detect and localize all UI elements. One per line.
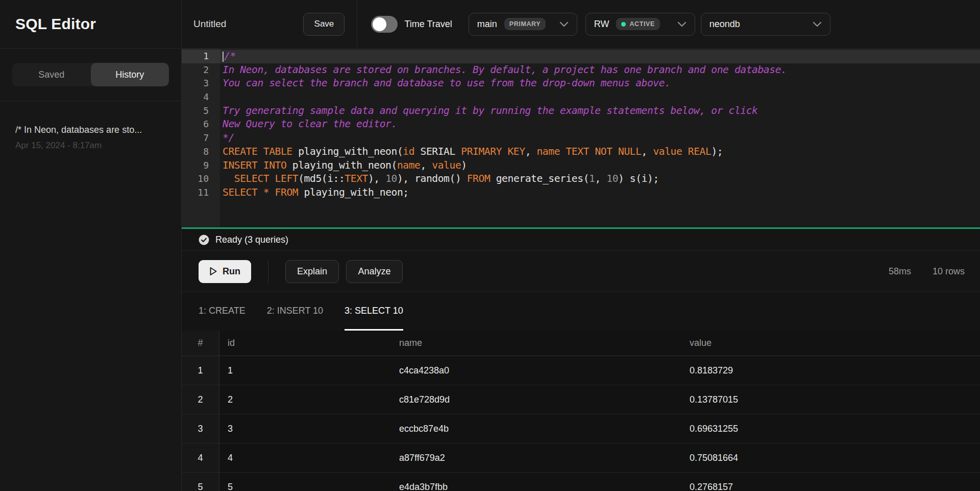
- status-text: Ready (3 queries): [215, 235, 288, 245]
- result-tab-2-insert-10[interactable]: 2: INSERT 10: [267, 292, 323, 331]
- sidebar-tab-history[interactable]: History: [91, 63, 169, 86]
- cell-row-number: 2: [182, 385, 219, 414]
- sql-editor-window: SQL Editor SavedHistory /* In Neon, data…: [0, 0, 980, 491]
- chevron-down-icon: [677, 21, 687, 27]
- code-text: CREATE TABLE playing_with_neon(id SERIAL…: [220, 145, 980, 159]
- query-duration: 58ms: [889, 266, 911, 277]
- time-travel-toggle[interactable]: [371, 16, 398, 33]
- results-body: 11c4ca4238a00.818372922c81e728d9d0.13787…: [182, 356, 980, 491]
- line-number: 5: [182, 104, 220, 118]
- code-text: [220, 90, 980, 104]
- cell-id: 3: [219, 424, 391, 434]
- code-line[interactable]: 7*/: [182, 131, 980, 145]
- code-text: New Query to clear the editor.: [220, 118, 980, 131]
- code-text: INSERT INTO playing_with_neon(name, valu…: [220, 159, 980, 173]
- table-row[interactable]: 33eccbc87e4b0.69631255: [182, 414, 980, 443]
- ready-check-icon: [199, 235, 209, 245]
- table-row[interactable]: 11c4ca4238a00.8183729: [182, 356, 980, 385]
- results-table: #idnamevalue 11c4ca4238a00.818372922c81e…: [182, 331, 980, 491]
- cell-value: 0.69631255: [681, 424, 980, 434]
- run-button[interactable]: Run: [199, 260, 251, 283]
- code-text: /*: [220, 50, 980, 63]
- page-title: SQL Editor: [15, 15, 96, 33]
- code-lines: 1/*2In Neon, databases are stored on bra…: [182, 49, 980, 200]
- database-name: neondb: [709, 19, 740, 30]
- time-travel-label: Time Travel: [404, 19, 452, 30]
- code-text: SELECT * FROM playing_with_neon;: [220, 186, 980, 200]
- history-list: /* In Neon, databases are sto... Apr 15,…: [0, 101, 181, 151]
- code-editor[interactable]: 1/*2In Neon, databases are stored on bra…: [182, 49, 980, 227]
- saved-history-switcher: SavedHistory: [0, 49, 181, 101]
- toolbar-divider: [268, 260, 268, 283]
- active-badge-label: ACTIVE: [629, 20, 654, 28]
- branch-selector[interactable]: main PRIMARY: [469, 13, 577, 36]
- code-text: You can select the branch and database t…: [220, 77, 980, 90]
- table-row[interactable]: 44a87ff679a20.75081664: [182, 443, 980, 473]
- column-header-name: name: [391, 338, 681, 348]
- code-line[interactable]: 6New Query to clear the editor.: [182, 118, 980, 131]
- topbar-divider: [357, 0, 357, 49]
- analyze-button[interactable]: Analyze: [346, 260, 403, 283]
- column-header-row-number: #: [182, 331, 219, 356]
- table-row[interactable]: 22c81e728d9d0.13787015: [182, 385, 980, 414]
- cell-value: 0.75081664: [681, 453, 980, 463]
- line-number: 3: [182, 77, 220, 90]
- column-header-id: id: [219, 338, 391, 348]
- active-status-dot-icon: [621, 22, 626, 27]
- code-line[interactable]: 4: [182, 90, 980, 104]
- result-tabs: 1: CREATE2: INSERT 103: SELECT 10: [182, 292, 980, 331]
- line-number: 6: [182, 118, 220, 131]
- toggle-knob-icon: [373, 17, 386, 31]
- table-row[interactable]: 55e4da3b7fbb0.2768157: [182, 473, 980, 491]
- line-number: 9: [182, 159, 220, 173]
- query-metrics: 58ms 10 rows: [889, 266, 965, 277]
- cell-value: 0.2768157: [681, 482, 980, 491]
- cell-id: 4: [219, 453, 391, 463]
- line-number: 8: [182, 145, 220, 159]
- compute-name: RW: [594, 19, 609, 30]
- sidebar-header: SQL Editor: [0, 0, 181, 49]
- code-text: SELECT LEFT(md5(i::TEXT), 10), random() …: [220, 172, 980, 186]
- database-selector[interactable]: neondb: [701, 13, 830, 36]
- explain-button[interactable]: Explain: [285, 260, 339, 283]
- sidebar: SQL Editor SavedHistory /* In Neon, data…: [0, 0, 182, 491]
- code-text: Try generating sample data and querying …: [220, 104, 980, 118]
- history-item[interactable]: /* In Neon, databases are sto... Apr 15,…: [15, 125, 166, 151]
- code-line[interactable]: 3You can select the branch and database …: [182, 77, 980, 90]
- play-icon: [209, 267, 217, 276]
- branch-primary-badge: PRIMARY: [504, 18, 546, 30]
- compute-active-badge: ACTIVE: [616, 18, 659, 30]
- code-line[interactable]: 9INSERT INTO playing_with_neon(name, val…: [182, 159, 980, 173]
- cell-value: 0.8183729: [681, 365, 980, 376]
- code-line[interactable]: 10 SELECT LEFT(md5(i::TEXT), 10), random…: [182, 172, 980, 186]
- cell-id: 5: [219, 482, 391, 491]
- history-item-title: /* In Neon, databases are sto...: [15, 125, 166, 135]
- code-line[interactable]: 5Try generating sample data and querying…: [182, 104, 980, 118]
- line-number: 2: [182, 63, 220, 77]
- line-number: 11: [182, 186, 220, 200]
- cell-name: c4ca4238a0: [391, 365, 681, 376]
- save-button[interactable]: Save: [303, 13, 345, 36]
- code-line[interactable]: 11SELECT * FROM playing_with_neon;: [182, 186, 980, 200]
- cell-row-number: 5: [182, 473, 219, 491]
- line-number: 10: [182, 172, 220, 186]
- code-line[interactable]: 1/*: [182, 50, 980, 63]
- cell-row-number: 3: [182, 414, 219, 443]
- chevron-down-icon: [813, 21, 822, 27]
- compute-selector[interactable]: RW ACTIVE: [585, 13, 695, 36]
- result-tab-1-create[interactable]: 1: CREATE: [199, 292, 246, 331]
- code-line[interactable]: 8CREATE TABLE playing_with_neon(id SERIA…: [182, 145, 980, 159]
- chevron-down-icon: [559, 21, 569, 27]
- query-title: Untitled: [193, 18, 226, 30]
- result-tab-3-select-10[interactable]: 3: SELECT 10: [345, 292, 403, 331]
- code-text: */: [220, 131, 980, 145]
- cell-row-number: 1: [182, 356, 219, 385]
- results-header-row: #idnamevalue: [182, 331, 980, 356]
- cell-value: 0.13787015: [681, 394, 980, 405]
- code-line[interactable]: 2In Neon, databases are stored on branch…: [182, 63, 980, 77]
- cell-id: 1: [219, 365, 391, 376]
- sidebar-tab-saved[interactable]: Saved: [12, 63, 91, 86]
- main-panel: Untitled Save Time Travel main PRIMARY R…: [182, 0, 980, 491]
- cell-name: eccbc87e4b: [391, 424, 681, 434]
- branch-name: main: [477, 19, 497, 30]
